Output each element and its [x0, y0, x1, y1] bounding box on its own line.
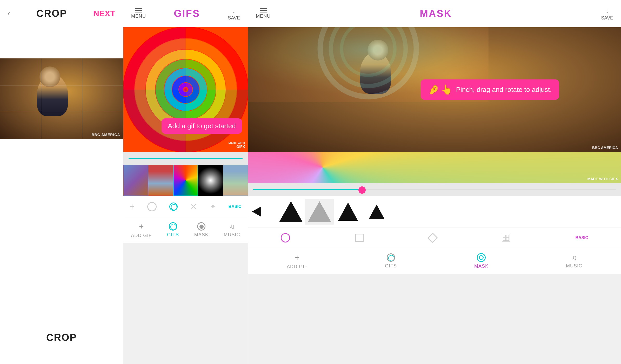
back-button[interactable]: ‹ [8, 9, 10, 18]
gifs-timeline-bar[interactable] [123, 152, 248, 165]
gif-thumb-4[interactable] [198, 165, 223, 196]
mask-bbc-watermark: BBC AMERICA [592, 146, 618, 150]
category-add-icon[interactable]: + [130, 202, 135, 211]
mask-tab-music-icon: ♫ [571, 253, 577, 262]
grid-cell-3 [503, 238, 506, 241]
tab-gifs-icon [169, 222, 177, 231]
mask-category-bar: BASIC [248, 227, 621, 248]
gif-thumb-1[interactable] [123, 165, 148, 196]
category-wand-icon[interactable]: ✦ [210, 202, 216, 211]
mask-tooltip-bubble: 🤌 👆 Pinch, drag and rotate to adjust. [421, 79, 559, 100]
gif-main-display[interactable]: MADE WITH GIFX Add a gif to get started [123, 27, 248, 152]
mask-menu-label: MENU [256, 14, 271, 19]
mask-tab-add-gif-label: ADD GIF [287, 264, 308, 269]
mask-tab-gifs[interactable]: GIFS [385, 253, 397, 269]
tab-music-icon: ♫ [229, 222, 235, 231]
gif-thumb-5[interactable] [223, 165, 248, 196]
mask-cat-circle[interactable] [281, 233, 290, 242]
mask-save-label: SAVE [601, 15, 613, 21]
category-x-icon[interactable]: ✕ [190, 202, 197, 212]
hand-gesture-icons: 🤌 👆 [428, 84, 452, 95]
save-label: SAVE [228, 15, 240, 21]
mask-cat-grid[interactable] [502, 234, 510, 242]
grid-cell-4 [506, 238, 509, 241]
menu-bar-1 [135, 8, 142, 9]
shape-arrow-left-item[interactable] [248, 199, 277, 225]
swirl-shape-icon [169, 203, 178, 211]
mask-menu-bar-2 [260, 10, 267, 11]
tab-gifs[interactable]: GIFS [167, 222, 179, 238]
shape-triangle-gray-icon [308, 201, 331, 222]
crop-top-bar: ‹ CROP NEXT [0, 0, 123, 27]
pinch-icon: 🤌 [428, 84, 440, 95]
shape-triangle-sm-icon [338, 203, 358, 221]
mask-menu-button[interactable]: MENU [256, 8, 271, 19]
gifx-watermark: MADE WITH GIFX [228, 141, 245, 149]
mask-save-button[interactable]: ↓ SAVE [601, 6, 613, 21]
mask-tab-add-gif[interactable]: + ADD GIF [287, 253, 308, 269]
gifx-label: GIFX [236, 145, 245, 149]
mask-menu-bar-3 [260, 12, 267, 12]
crop-title: CROP [36, 8, 67, 19]
gifs-timeline-track[interactable] [129, 158, 243, 159]
gifs-tab-bar: + ADD GIF GIFS MASK ♫ MUSIC [123, 217, 248, 243]
gif-thumb-2[interactable] [148, 165, 173, 196]
tab-mask-icon [197, 222, 205, 231]
crop-figure [0, 58, 123, 139]
mask-circle-icon [281, 233, 290, 242]
drag-icon: 👆 [441, 84, 452, 95]
mask-tab-gifs-label: GIFS [385, 263, 397, 269]
shape-triangle-sm-item[interactable] [334, 199, 362, 225]
grid-cell-1 [503, 235, 506, 238]
crop-image-container[interactable]: BBC AMERICA [0, 58, 123, 139]
mask-timeline-track[interactable] [253, 189, 616, 190]
mask-tab-bar: + ADD GIF GIFS MASK ♫ MUSIC [248, 248, 621, 274]
shape-triangle-xs-icon [369, 205, 384, 219]
gifs-title: GIFS [174, 8, 200, 19]
tab-add-gif[interactable]: + ADD GIF [131, 222, 152, 238]
menu-label: MENU [131, 14, 146, 19]
mask-tab-mask-label: MASK [474, 264, 489, 269]
mask-save-arrow-icon: ↓ [605, 6, 609, 15]
mask-tooltip-text: Pinch, drag and rotate to adjust. [456, 86, 552, 94]
menu-button[interactable]: MENU [131, 8, 146, 19]
crop-panel: ‹ CROP NEXT BBC AMERICA CROP [0, 0, 123, 364]
mask-gifx-label: GIFX [609, 177, 618, 181]
category-circle-icon[interactable] [147, 202, 157, 211]
mask-shapes-row [248, 196, 621, 227]
mask-timeline-bar[interactable] [248, 183, 621, 196]
gifs-panel: MENU GIFS ↓ SAVE [123, 0, 248, 364]
mask-swirl-strip [248, 152, 621, 183]
tab-music[interactable]: ♫ MUSIC [224, 222, 240, 238]
mask-cat-square[interactable] [355, 234, 364, 242]
tab-music-label: MUSIC [224, 232, 240, 238]
menu-bar-2 [135, 10, 142, 11]
mask-swirl-bottom: MADE WITH GIFX [248, 152, 621, 183]
gif-thumb-3[interactable] [173, 165, 198, 196]
mask-timeline-progress [253, 189, 362, 190]
crop-white-bottom [0, 139, 123, 364]
shape-triangle-black-item[interactable] [277, 199, 305, 225]
mask-tab-mask[interactable]: MASK [474, 253, 489, 269]
tab-mask[interactable]: MASK [194, 222, 209, 238]
mask-main-display[interactable]: BBC AMERICA 🤌 👆 Pinch, drag and rotate t… [248, 27, 621, 152]
shape-triangle-gray-item[interactable] [305, 199, 334, 225]
tab-mask-label: MASK [194, 232, 209, 238]
next-button[interactable]: NEXT [93, 9, 115, 18]
mask-diamond-icon [428, 233, 438, 243]
mask-cat-diamond[interactable] [429, 234, 436, 241]
save-button[interactable]: ↓ SAVE [228, 6, 240, 21]
category-swirl-icon[interactable] [169, 203, 178, 211]
mask-gifx-strip: MADE WITH GIFX [587, 177, 618, 181]
menu-bar-3 [135, 12, 142, 12]
shape-triangle-xs-item[interactable] [362, 199, 391, 225]
mask-panel: MENU MASK ↓ SAVE BBC A [248, 0, 621, 364]
mask-tab-music[interactable]: ♫ MUSIC [566, 253, 582, 269]
mask-top-bar: MENU MASK ↓ SAVE [248, 0, 621, 27]
shape-arrow-left-icon [252, 206, 275, 217]
mask-tab-music-label: MUSIC [566, 263, 582, 269]
bbc-watermark: BBC AMERICA [91, 133, 120, 137]
mask-timeline-handle[interactable] [358, 186, 366, 194]
shape-triangle-black-icon [279, 201, 303, 222]
crop-white-top [0, 27, 123, 58]
